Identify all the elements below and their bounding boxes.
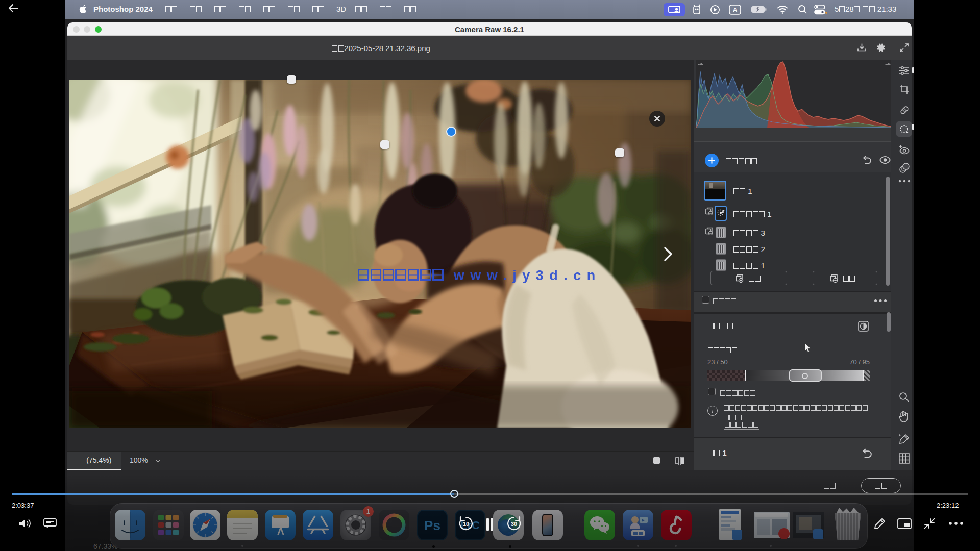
svg-text:A: A [733, 7, 738, 14]
svg-text:30: 30 [511, 521, 517, 527]
svg-text:10: 10 [463, 521, 469, 527]
